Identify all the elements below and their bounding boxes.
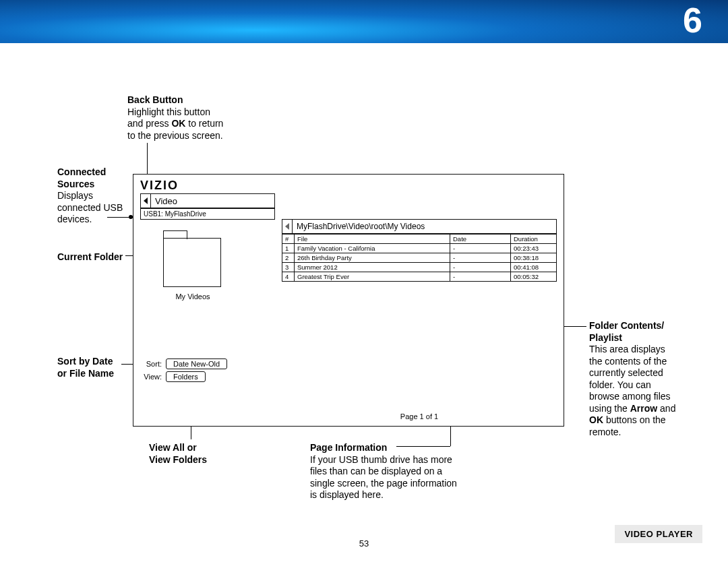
section-label: VIDEO PLAYER (615, 525, 702, 543)
page-number: 53 (359, 538, 369, 549)
callout-folder-contents: Folder Contents/ Playlist This area disp… (589, 320, 704, 438)
col-file: File (295, 235, 450, 244)
table-row[interactable]: 3 Summer 2012 - 00:41:08 (282, 263, 557, 272)
page-info-text: Page 1 of 1 (282, 412, 557, 420)
vizio-logo: VIZIO (140, 179, 179, 193)
path-text: MyFlashDrive\Video\root\My Videos (297, 222, 425, 231)
col-dur: Duration (511, 235, 557, 244)
usb-source-row[interactable]: USB1: MyFlashDrive (140, 208, 275, 220)
usb-label: USB1: MyFlashDrive (144, 210, 206, 218)
video-header-row[interactable]: Video (140, 193, 275, 208)
table-header-row: # File Date Duration (282, 235, 557, 244)
table-row[interactable]: 2 26th Birthday Party - 00:38:18 (282, 253, 557, 263)
folder-name-label: My Videos (160, 292, 225, 301)
breadcrumb-path[interactable]: MyFlashDrive\Video\root\My Videos (282, 219, 557, 234)
sort-label: Sort: (140, 360, 166, 368)
leader-line (396, 446, 450, 447)
separator (292, 220, 293, 233)
separator (150, 194, 151, 208)
table-row[interactable]: 1 Family Vacation - California - 00:23:4… (282, 244, 557, 253)
video-label: Video (155, 196, 177, 206)
back-triangle-icon[interactable] (285, 223, 289, 230)
callout-view: View All or View Folders (149, 442, 237, 466)
sort-value-pill[interactable]: Date New-Old (166, 358, 227, 369)
table-row[interactable]: 4 Greatest Trip Ever - 00:05:32 (282, 272, 557, 282)
callout-back-button: Back Button Highlight this button and pr… (127, 94, 262, 142)
chapter-number: 6 (683, 0, 702, 40)
folder-icon[interactable] (163, 239, 221, 287)
view-label: View: (140, 373, 166, 381)
view-value-pill[interactable]: Folders (166, 371, 206, 382)
callout-page-info: Page Information If your USB thumb drive… (310, 442, 499, 501)
leader-line (450, 425, 451, 446)
back-triangle-icon[interactable] (144, 197, 148, 204)
callout-title: Back Button (127, 94, 183, 105)
callout-sort: Sort by Date or File Name (57, 356, 138, 379)
tv-ui-frame: VIZIO Video USB1: MyFlashDrive My Videos… (133, 174, 564, 427)
file-list-table: # File Date Duration 1 Family Vacation -… (282, 234, 557, 282)
col-date: Date (450, 235, 511, 244)
left-panel: Video USB1: MyFlashDrive My Videos (140, 193, 275, 220)
col-num: # (282, 235, 295, 244)
callout-current-folder: Current Folder (57, 251, 138, 263)
top-banner: 6 (0, 0, 728, 43)
right-panel: MyFlashDrive\Video\root\My Videos # File… (282, 219, 557, 282)
sort-view-controls: Sort: Date New-Old View: Folders (140, 358, 275, 384)
